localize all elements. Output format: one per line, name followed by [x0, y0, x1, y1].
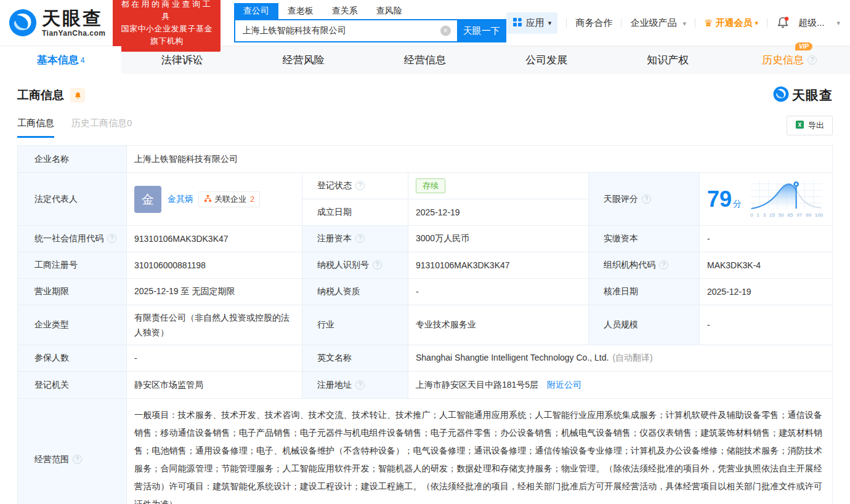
open-vip-label: 开通会员	[715, 17, 752, 29]
field-label: 企业名称	[18, 146, 127, 173]
business-cooperation-link[interactable]: 商务合作	[575, 17, 612, 29]
chevron-down-icon: ▾	[548, 19, 552, 27]
notification-bell-icon[interactable]	[776, 16, 790, 30]
status-badge: 存续	[416, 178, 445, 193]
avatar[interactable]: 金	[134, 186, 161, 213]
company-type-value: 有限责任公司（非自然人投资或控股的法人独资）	[127, 305, 302, 345]
field-label: 经营范围?	[18, 399, 127, 504]
table-row: 营业期限 2025-12-19 至 无固定期限 纳税人资质 - 核准日期 202…	[18, 279, 833, 305]
subtab-business-info[interactable]: 工商信息	[17, 118, 54, 138]
help-icon[interactable]: ?	[373, 260, 382, 270]
divider	[767, 18, 767, 28]
auto-translate-note: (自动翻译)	[612, 353, 652, 362]
tab-label: 法律诉讼	[161, 53, 203, 67]
help-icon[interactable]: ?	[659, 260, 668, 270]
divider	[695, 18, 695, 28]
tianyancha-logo-icon	[9, 9, 37, 37]
site-logo[interactable]: 天眼查 TianYanCha.com	[9, 9, 105, 37]
search-tab-risk[interactable]: 查风险	[367, 3, 411, 19]
business-scope-value: 一般项目：技术服务、技术开发、技术咨询、技术交流、技术转让、技术推广；人工智能通…	[127, 399, 833, 504]
help-icon[interactable]: ?	[808, 55, 817, 65]
field-label: 法定代表人	[18, 173, 127, 226]
enterprise-products-link[interactable]: 企业级产品 ▾	[630, 17, 686, 29]
tab-operation-info[interactable]: 经营信息	[364, 46, 485, 74]
tab-company-development[interactable]: 公司发展	[486, 46, 607, 74]
field-label: 登记状态?	[302, 173, 408, 199]
taxpayer-quality-value: -	[408, 279, 589, 305]
export-button[interactable]: 导出	[787, 116, 833, 135]
business-info-panel: 工商信息 天眼查 工商信息 历史工商信息0 导出 企业名称 上海上铁智能科技有限…	[0, 86, 850, 504]
field-label: 营业期限	[18, 279, 127, 305]
table-row: 登记机关 静安区市场监管局 注册地址? 上海市静安区天目中路181号5层 附近公…	[18, 372, 833, 399]
staff-size-value: -	[700, 305, 833, 345]
table-row: 法定代表人 金 金其炳 关联企业 2 登记状态?	[18, 173, 833, 199]
search-input[interactable]	[234, 19, 457, 42]
industry-value: 专业技术服务业	[408, 305, 589, 345]
site-domain: TianYanCha.com	[42, 30, 105, 37]
super-vip-link[interactable]: 超级...	[798, 17, 825, 29]
score-unit: 分	[733, 199, 742, 209]
help-icon[interactable]: ?	[107, 234, 116, 243]
help-icon[interactable]: ?	[355, 181, 365, 190]
table-row: 统一社会信用代码? 91310106MAK3DK3K47 注册资本? 3000万…	[18, 226, 833, 252]
open-vip-link[interactable]: ♛ 开通会员 ▾	[704, 17, 758, 29]
tab-count: 4	[81, 56, 85, 65]
field-label: 组织机构代码?	[589, 252, 700, 279]
top-right-nav: 应用 ▾ 商务合作 企业级产品 ▾ ♛ 开通会员 ▾ 超级... ▾	[506, 12, 840, 34]
business-info-table: 企业名称 上海上铁智能科技有限公司 法定代表人 金 金其炳 关联企业 2	[17, 145, 833, 504]
field-label: 纳税人资质	[302, 279, 408, 305]
score-axis: 0131550859799100	[750, 212, 823, 218]
field-label: 纳税人识别号?	[302, 252, 408, 279]
clear-input-icon[interactable]: ×	[440, 26, 451, 36]
related-companies-badge[interactable]: 关联企业 2	[198, 191, 260, 207]
tab-label: 知识产权	[647, 53, 689, 67]
subscribe-bell-icon[interactable]	[70, 88, 85, 103]
business-term-value: 2025-12-19 至 无固定期限	[127, 279, 302, 305]
apps-menu[interactable]: 应用 ▾	[506, 12, 558, 34]
search-button[interactable]: 天眼一下	[457, 19, 506, 42]
super-vip-label: 超级...	[798, 17, 825, 28]
legal-rep-cell: 金 金其炳 关联企业 2	[127, 173, 302, 226]
watermark-logo: 天眼查	[773, 86, 833, 105]
table-row: 企业名称 上海上铁智能科技有限公司	[18, 146, 833, 173]
search-tab-relation[interactable]: 查关系	[323, 3, 367, 19]
help-icon[interactable]: ?	[642, 194, 651, 204]
excel-icon	[795, 120, 804, 131]
business-info-subtabs: 工商信息 历史工商信息0	[17, 118, 132, 138]
help-icon[interactable]: ?	[355, 234, 365, 243]
tab-basic-info[interactable]: 基本信息 4	[0, 46, 121, 74]
search-tab-company[interactable]: 查公司	[234, 3, 278, 19]
tab-history-info[interactable]: 历史信息 VIP ?	[729, 46, 850, 74]
top-header: 天眼查 TianYanCha.com 都在用的商业查询工具 国家中小企业发展子基…	[0, 0, 850, 46]
field-label: 工商注册号	[18, 252, 127, 279]
help-icon[interactable]: ?	[355, 380, 365, 390]
approval-date-value: 2025-12-19	[700, 279, 833, 305]
field-label: 成立日期	[302, 199, 408, 226]
search-tab-boss[interactable]: 查老板	[278, 3, 323, 19]
legal-rep-link[interactable]: 金其炳	[168, 194, 193, 205]
chevron-down-icon: ▾	[755, 19, 758, 27]
field-label: 企业类型	[18, 305, 127, 345]
table-row: 工商注册号 310106000881198 纳税人识别号? 91310106MA…	[18, 252, 833, 279]
nearby-companies-link[interactable]: 附近公司	[547, 380, 581, 390]
reg-authority-value: 静安区市场监管局	[127, 372, 302, 399]
badge-count: 2	[250, 194, 254, 204]
tab-operation-risk[interactable]: 经营风险	[243, 46, 364, 74]
tab-intellectual-property[interactable]: 知识产权	[607, 46, 729, 74]
field-label: 实缴资本	[589, 226, 700, 252]
credit-code-value: 91310106MAK3DK3K47	[127, 226, 302, 252]
tab-label: 公司发展	[525, 53, 567, 67]
field-label: 英文名称	[302, 345, 408, 372]
crown-icon: ♛	[704, 17, 713, 29]
subtab-history-business-info[interactable]: 历史工商信息0	[71, 118, 132, 138]
tab-legal-proceedings[interactable]: 法律诉讼	[121, 46, 243, 74]
help-icon[interactable]: ?	[73, 455, 82, 464]
reg-number-value: 310106000881198	[127, 252, 302, 279]
tab-label: 基本信息	[37, 53, 79, 67]
promo-line1: 都在用的商业查询工具	[119, 0, 214, 23]
section-title: 工商信息	[17, 87, 64, 103]
vip-badge: VIP	[795, 42, 812, 50]
org-code-value: MAK3DK3K-4	[700, 252, 833, 279]
table-row: 企业类型 有限责任公司（非自然人投资或控股的法人独资） 行业 专业技术服务业 人…	[18, 305, 833, 345]
chevron-down-icon: ▾	[683, 20, 687, 27]
